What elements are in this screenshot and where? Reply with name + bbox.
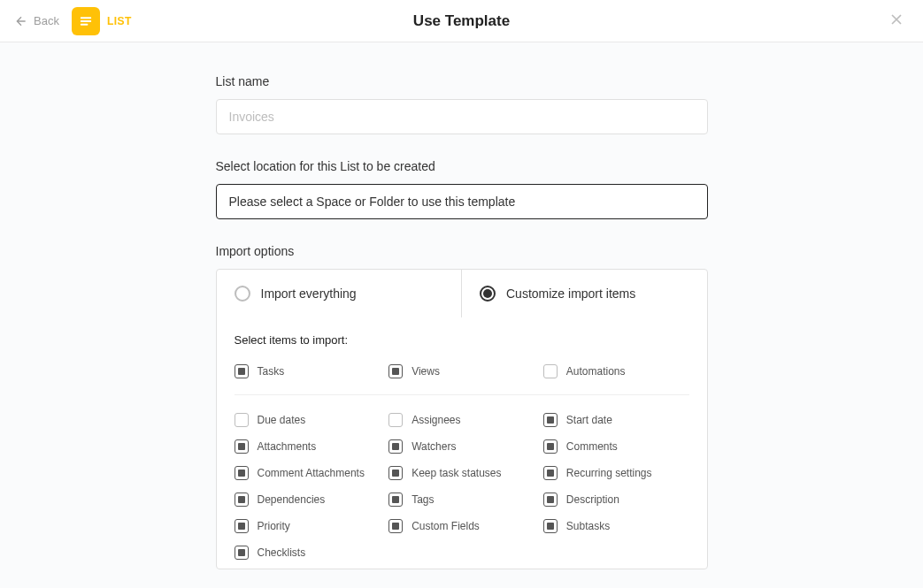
checkbox-label: Tasks [258, 365, 285, 378]
checkbox-item[interactable]: Start date [543, 413, 689, 427]
checkbox-item[interactable]: Recurring settings [543, 466, 689, 480]
checkbox-icon [388, 493, 403, 507]
import-options-label: Import options [216, 244, 708, 258]
checkbox-icon [388, 519, 403, 533]
checkbox-label: Custom Fields [412, 520, 480, 532]
radio-label: Customize import items [506, 286, 635, 301]
checkbox-icon [388, 466, 403, 480]
checkbox-label: Start date [566, 414, 612, 426]
checkbox-item[interactable]: Tags [388, 493, 535, 507]
checkbox-label: Tags [412, 493, 434, 506]
list-icon [72, 7, 100, 35]
checkbox-item[interactable]: Watchers [388, 439, 535, 454]
checkbox-icon [235, 364, 249, 378]
checkbox-item[interactable]: Assignees [388, 413, 535, 427]
list-name-input[interactable] [216, 99, 708, 134]
checkbox-item[interactable]: Priority [235, 519, 381, 533]
location-select[interactable]: Please select a Space or Folder to use t… [216, 184, 708, 219]
checkbox-label: Subtasks [566, 520, 610, 532]
checkbox-item[interactable]: Attachments [235, 439, 381, 454]
checkbox-label: Keep task statuses [412, 467, 501, 479]
checkbox-icon [235, 413, 249, 427]
checkbox-icon [388, 413, 403, 427]
close-icon [888, 11, 905, 28]
checkbox-label: Due dates [258, 414, 306, 426]
select-items-label: Select items to import: [235, 333, 689, 347]
location-placeholder: Please select a Space or Folder to use t… [229, 195, 516, 209]
checkbox-label: Watchers [412, 440, 456, 453]
checkbox-item[interactable]: Checklists [235, 546, 381, 560]
radio-row: Import everything Customize import items [217, 270, 707, 317]
radio-import-everything[interactable]: Import everything [217, 270, 463, 317]
back-label: Back [34, 14, 59, 27]
radio-icon [235, 286, 250, 302]
location-label: Select location for this List to be crea… [216, 159, 708, 173]
badge-label: LIST [107, 15, 132, 27]
list-name-label: List name [216, 74, 708, 88]
checkbox-label: Recurring settings [566, 467, 652, 479]
checkbox-icon [543, 493, 558, 507]
content-scroll[interactable]: List name Select location for this List … [0, 42, 923, 588]
checkbox-item[interactable]: Comments [543, 439, 689, 454]
checkbox-label: Comment Attachments [258, 467, 365, 479]
checkbox-icon [235, 546, 249, 560]
checkbox-grid: TasksViewsAutomationsDue datesAssigneesS… [235, 364, 689, 560]
list-badge: LIST [72, 7, 132, 35]
checkbox-icon [543, 519, 558, 533]
form-content: List name Select location for this List … [216, 42, 708, 588]
checkbox-icon [388, 439, 403, 454]
checkbox-icon [235, 493, 249, 507]
page-title: Use Template [413, 12, 510, 30]
checkbox-label: Checklists [258, 546, 306, 559]
checkbox-item[interactable]: Due dates [235, 413, 381, 427]
checkbox-label: Automations [566, 365, 626, 378]
checkbox-label: Comments [566, 440, 618, 453]
import-options-box: Import everything Customize import items… [216, 269, 708, 569]
checkbox-icon [543, 466, 558, 480]
checkbox-item[interactable]: Views [388, 364, 535, 378]
checkbox-item[interactable]: Description [543, 493, 689, 507]
back-button[interactable]: Back [14, 14, 59, 28]
checkbox-item[interactable]: Custom Fields [388, 519, 535, 533]
divider [235, 394, 689, 395]
checkbox-item[interactable]: Dependencies [235, 493, 381, 507]
checkbox-item[interactable]: Keep task statuses [388, 466, 535, 480]
checkbox-icon [235, 519, 249, 533]
checkbox-icon [543, 413, 558, 427]
checkbox-label: Priority [258, 520, 290, 532]
checkbox-icon [235, 466, 249, 480]
radio-customize[interactable]: Customize import items [462, 270, 707, 317]
radio-icon [480, 286, 496, 302]
checkbox-item[interactable]: Tasks [235, 364, 381, 378]
checkbox-label: Assignees [412, 414, 460, 426]
checkbox-label: Description [566, 493, 619, 506]
checkbox-icon [543, 439, 558, 454]
checkbox-icon [388, 364, 403, 378]
checkbox-icon [235, 439, 249, 454]
checkbox-icon [543, 364, 558, 378]
modal-header: Back LIST Use Template [0, 0, 923, 42]
checkbox-label: Dependencies [258, 493, 326, 506]
checkbox-item[interactable]: Comment Attachments [235, 466, 381, 480]
checkbox-label: Attachments [258, 440, 317, 453]
radio-label: Import everything [261, 286, 357, 301]
import-items-section: Select items to import: TasksViewsAutoma… [217, 317, 707, 569]
arrow-left-icon [14, 14, 28, 28]
checkbox-item[interactable]: Subtasks [543, 519, 689, 533]
close-button[interactable] [884, 7, 909, 35]
checkbox-label: Views [412, 365, 440, 378]
checkbox-item[interactable]: Automations [543, 364, 689, 378]
